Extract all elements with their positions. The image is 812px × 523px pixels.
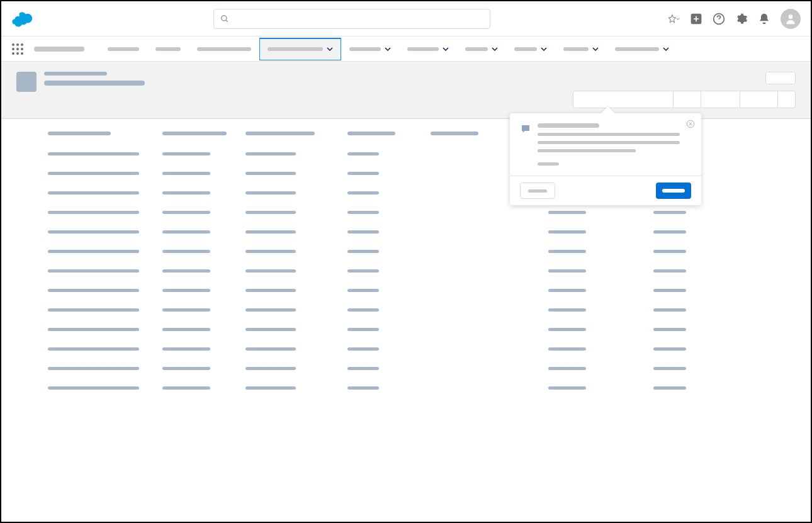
table-cell (48, 367, 139, 370)
svg-point-12 (16, 52, 19, 55)
table-cell (245, 386, 296, 390)
svg-point-9 (16, 48, 19, 50)
table-cell (653, 328, 686, 331)
svg-point-5 (12, 43, 14, 46)
chevron-down-icon (663, 43, 669, 55)
global-search-input[interactable] (213, 9, 490, 29)
header-button-group (573, 91, 796, 108)
table-cell (162, 191, 210, 194)
table-cell (162, 328, 210, 331)
table-cell (48, 386, 139, 390)
table-cell (48, 308, 139, 312)
table-row[interactable] (16, 281, 796, 300)
nav-tab-6[interactable] (457, 38, 506, 60)
nav-tab-label (108, 47, 139, 51)
column-header[interactable] (48, 132, 111, 135)
table-cell (653, 230, 686, 233)
chevron-down-icon (592, 43, 599, 55)
table-row[interactable] (16, 339, 796, 359)
nav-tab-8[interactable] (555, 38, 607, 60)
table-row[interactable] (16, 261, 796, 281)
app-nav-bar (1, 37, 811, 62)
nav-tab-label (407, 47, 439, 51)
profile-avatar[interactable] (781, 9, 801, 29)
table-cell (245, 308, 296, 312)
help-icon[interactable] (713, 13, 725, 25)
nav-tab-label (563, 47, 589, 51)
table-cell (653, 289, 686, 292)
svg-point-7 (21, 43, 23, 46)
nav-tab-2[interactable] (189, 38, 259, 60)
nav-tab-3[interactable] (259, 38, 341, 60)
popover-primary-button[interactable] (656, 183, 691, 199)
header-action-button-2[interactable] (701, 91, 740, 108)
column-header[interactable] (162, 132, 227, 135)
header-action-button-3[interactable] (740, 91, 778, 108)
table-cell (48, 211, 139, 214)
table-row[interactable] (16, 320, 796, 339)
nav-tab-7[interactable] (506, 38, 555, 60)
favorites-icon[interactable] (667, 13, 680, 25)
table-cell (548, 250, 586, 253)
chevron-down-icon (541, 43, 547, 55)
svg-point-8 (12, 48, 14, 50)
table-row[interactable] (16, 222, 796, 242)
table-cell (48, 328, 139, 331)
table-cell (548, 328, 586, 331)
table-cell (548, 367, 586, 370)
nav-tab-label (615, 47, 659, 51)
add-icon[interactable] (690, 13, 702, 25)
table-cell (162, 152, 210, 155)
table-cell (653, 347, 686, 351)
table-cell (347, 269, 379, 273)
popover-timestamp (538, 162, 559, 166)
search-container (37, 9, 667, 29)
table-cell (245, 250, 296, 253)
nav-tab-1[interactable] (147, 38, 189, 60)
nav-tab-5[interactable] (399, 38, 457, 60)
column-header[interactable] (347, 132, 395, 135)
global-header (1, 1, 811, 37)
table-cell (347, 152, 379, 155)
table-cell (48, 347, 139, 351)
column-header[interactable] (245, 132, 315, 135)
close-icon[interactable] (686, 120, 695, 128)
setup-icon[interactable] (735, 13, 748, 25)
table-cell (162, 230, 210, 233)
salesforce-logo[interactable] (11, 10, 37, 28)
table-cell (653, 308, 686, 312)
nav-tab-9[interactable] (607, 38, 677, 60)
table-cell (162, 367, 210, 370)
table-cell (347, 250, 379, 253)
table-cell (548, 386, 586, 390)
table-row[interactable] (16, 203, 796, 222)
table-cell (548, 308, 586, 312)
svg-point-0 (222, 15, 227, 20)
table-cell (347, 289, 379, 292)
nav-tab-4[interactable] (341, 38, 399, 60)
header-action-small[interactable] (765, 72, 796, 84)
svg-point-6 (16, 43, 19, 46)
header-action-button-4[interactable] (778, 91, 796, 108)
table-cell (653, 386, 686, 390)
popover-body-line (538, 133, 680, 136)
table-cell (548, 347, 586, 351)
table-row[interactable] (16, 300, 796, 320)
table-row[interactable] (16, 242, 796, 261)
header-action-button-1[interactable] (674, 91, 701, 108)
svg-point-4 (789, 14, 793, 19)
nav-tab-label (514, 47, 537, 51)
app-launcher-icon[interactable] (11, 43, 24, 55)
svg-point-13 (21, 52, 23, 55)
table-row[interactable] (16, 359, 796, 378)
header-action-button-0[interactable] (573, 91, 674, 108)
page-subtitle (44, 72, 107, 76)
nav-tab-0[interactable] (99, 38, 147, 60)
notifications-icon[interactable] (758, 13, 770, 25)
table-cell (245, 191, 296, 194)
table-row[interactable] (16, 378, 796, 398)
popover-footer (510, 176, 701, 205)
app-name (34, 47, 84, 52)
column-header[interactable] (431, 132, 478, 135)
popover-secondary-button[interactable] (520, 183, 555, 199)
